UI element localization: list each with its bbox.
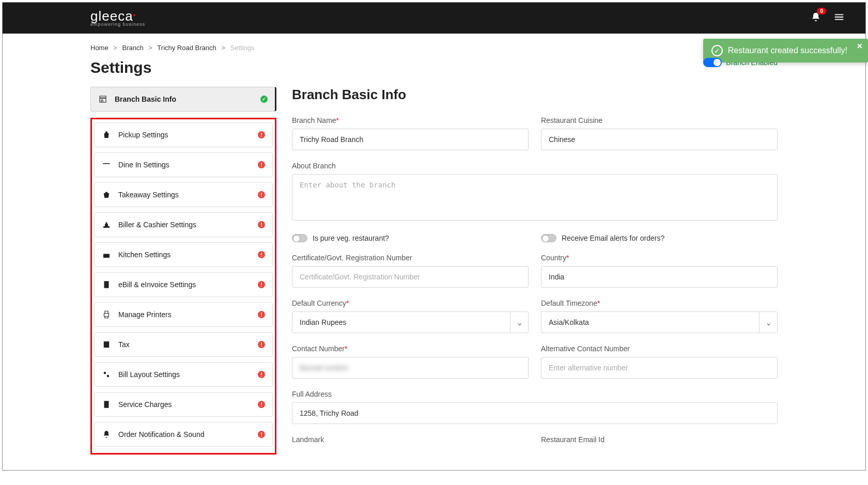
status-warn-icon (258, 131, 265, 138)
status-warn-icon (258, 161, 265, 168)
sidebar-item-dine-in-settings[interactable]: Dine In Settings (94, 152, 273, 177)
status-warn-icon (258, 401, 265, 408)
svg-point-0 (104, 372, 106, 374)
timezone-label: Default Timezone* (541, 299, 778, 307)
toast-close[interactable]: ✕ (857, 42, 863, 50)
sidebar-item-bill-layout-settings[interactable]: Bill Layout Settings (94, 362, 273, 387)
printer-icon (102, 310, 111, 319)
app-header: gleeca• empowering business 0 (3, 3, 865, 34)
branch-enabled-toggle[interactable] (703, 58, 722, 67)
sidebar-item-label: Service Charges (118, 400, 251, 409)
address-input[interactable] (292, 402, 778, 424)
brand-logo: gleeca• empowering business (90, 9, 145, 27)
cashier-icon (102, 220, 111, 229)
sidebar-item-label: Manage Printers (118, 310, 251, 319)
sidebar-item-tax[interactable]: Tax (94, 332, 273, 357)
sidebar-item-label: eBill & eInvoice Settings (118, 280, 251, 289)
breadcrumb-current: Settings (230, 44, 255, 52)
breadcrumb: Home > Branch > Trichy Road Branch > Set… (90, 44, 778, 52)
toast-message: Restaurant created successfully! (728, 46, 847, 55)
sidebar-item-takeaway-settings[interactable]: Takeaway Settings (94, 182, 273, 207)
sidebar-item-manage-printers[interactable]: Manage Printers (94, 302, 273, 327)
branch-name-input[interactable] (292, 129, 529, 150)
sidebar-item-branch-basic-info[interactable]: Branch Basic Info (90, 87, 276, 112)
currency-label: Default Currency* (292, 299, 529, 307)
sidebar-item-service-charges[interactable]: Service Charges (94, 392, 273, 417)
breadcrumb-home[interactable]: Home (90, 44, 109, 52)
status-warn-icon (258, 281, 265, 288)
pure-veg-toggle[interactable] (292, 234, 307, 242)
cert-label: Certificate/Govt. Registration Number (292, 254, 529, 262)
status-warn-icon (258, 191, 265, 198)
country-input[interactable] (541, 266, 778, 288)
breadcrumb-branch[interactable]: Branch (122, 44, 144, 52)
alt-contact-label: Alternative Contact Number (541, 345, 778, 353)
cuisine-label: Restaurant Cuisine (541, 116, 778, 124)
about-branch-label: About Branch (292, 162, 778, 170)
sidebar-item-label: Takeaway Settings (118, 191, 251, 199)
status-ok-icon (260, 96, 268, 103)
branch-name-label: Branch Name* (292, 116, 529, 124)
sidebar-item-kitchen-settings[interactable]: Kitchen Settings (94, 242, 273, 267)
sidebar-item-label: Branch Basic Info (115, 95, 253, 103)
contact-label: Contact Number* (292, 345, 529, 353)
alt-contact-input[interactable] (541, 357, 778, 379)
cuisine-input[interactable] (541, 129, 778, 150)
sidebar-item-biller-cashier-settings[interactable]: Biller & Cashier Settings (94, 212, 273, 237)
sidebar-item-order-notification-sound[interactable]: Order Notification & Sound (94, 422, 273, 447)
status-warn-icon (258, 251, 265, 258)
bag-icon (102, 130, 111, 139)
breadcrumb-branch-name[interactable]: Trichy Road Branch (157, 44, 216, 52)
form-panel: Branch Basic Info Branch Name* Restauran… (292, 87, 778, 455)
menu-button[interactable] (833, 11, 845, 25)
cert-input[interactable] (292, 266, 529, 288)
notification-bell[interactable]: 0 (811, 12, 821, 24)
status-warn-icon (258, 341, 265, 348)
notification-badge: 0 (817, 8, 826, 14)
status-warn-icon (258, 311, 265, 318)
sidebar-item-label: Biller & Cashier Settings (118, 221, 251, 229)
sidebar-item-label: Dine In Settings (118, 161, 251, 169)
status-warn-icon (258, 221, 265, 228)
check-icon (711, 45, 723, 56)
about-branch-textarea[interactable] (292, 174, 778, 221)
email-alerts-label: Receive Email alerts for orders? (562, 234, 664, 242)
service-icon (102, 400, 111, 409)
status-warn-icon (258, 371, 265, 378)
layout-icon (102, 370, 111, 379)
email-alerts-toggle[interactable] (541, 234, 556, 242)
brand-tagline: empowering business (90, 22, 145, 27)
sidebar-item-label: Order Notification & Sound (118, 430, 251, 439)
sidebar-item-pickup-settings[interactable]: Pickup Settings (94, 122, 273, 147)
kitchen-icon (102, 250, 111, 259)
hamburger-icon (833, 11, 845, 23)
store-icon (98, 95, 107, 104)
sidebar-item-label: Bill Layout Settings (118, 370, 251, 379)
sidebar-highlight-group: Pickup Settings Dine In Settings Takeawa… (90, 118, 276, 455)
status-warn-icon (258, 431, 265, 438)
sidebar-item-label: Tax (118, 340, 251, 349)
landmark-label: Landmark (292, 435, 529, 444)
svg-point-1 (107, 375, 110, 378)
success-toast: Restaurant created successfully! ✕ (703, 39, 868, 62)
timezone-select[interactable] (541, 311, 778, 333)
bell-sound-icon (102, 430, 111, 439)
table-icon (102, 160, 111, 169)
address-label: Full Address (292, 390, 778, 398)
sidebar-item-label: Pickup Settings (118, 131, 251, 139)
tax-icon (102, 340, 111, 349)
page-title: Settings (90, 59, 151, 76)
settings-sidebar: Branch Basic Info Pickup Settings Dine I… (90, 87, 276, 455)
pure-veg-label: Is pure veg. restaurant? (313, 234, 389, 242)
form-section-title: Branch Basic Info (292, 87, 778, 103)
invoice-icon (102, 280, 111, 289)
contact-input[interactable]: blurred content (292, 357, 529, 379)
restaurant-email-label: Restaurant Email Id (541, 435, 778, 444)
takeaway-icon (102, 190, 111, 199)
country-label: Country* (541, 254, 778, 262)
sidebar-item-ebill-einvoice-settings[interactable]: eBill & eInvoice Settings (94, 272, 273, 297)
sidebar-item-label: Kitchen Settings (118, 251, 251, 259)
currency-select[interactable] (292, 311, 529, 333)
